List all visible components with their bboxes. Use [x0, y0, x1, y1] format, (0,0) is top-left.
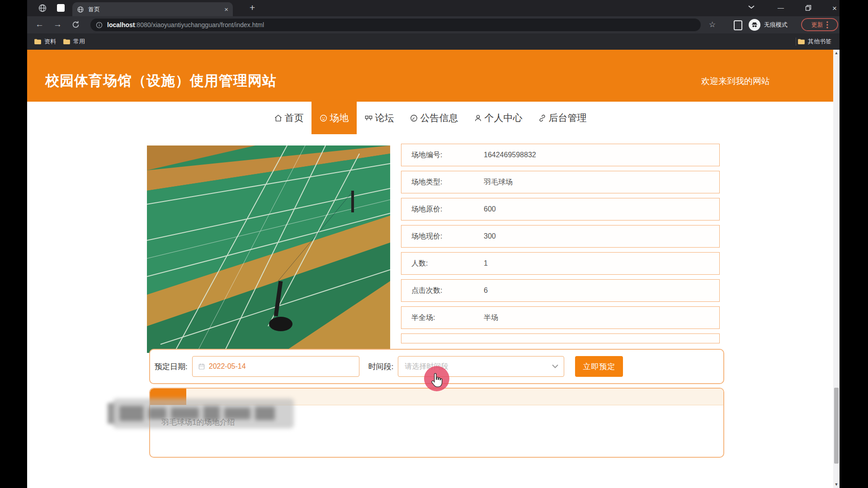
- back-button[interactable]: ←: [35, 19, 44, 29]
- url-host: localhost: [107, 21, 135, 28]
- date-label: 预定日期:: [155, 361, 188, 372]
- incognito-label: 无痕模式: [764, 21, 788, 29]
- side-panel-icon[interactable]: [734, 20, 742, 30]
- window-close-button[interactable]: ×: [828, 4, 841, 13]
- row-label: 点击次数:: [411, 286, 484, 296]
- url-bar[interactable]: localhost:8080/xiaoyuantiyuchangguan/fro…: [90, 19, 701, 31]
- browser-toolbar: ← → localhost:8080/xiaoyuantiyuchangguan…: [27, 16, 840, 33]
- reload-button[interactable]: [72, 21, 80, 28]
- menu-dots-icon[interactable]: [826, 21, 828, 28]
- pinned-tab-blank[interactable]: [57, 4, 65, 12]
- table-row: 半全场: 半场: [401, 306, 720, 329]
- row-label: 场地类型:: [411, 178, 484, 187]
- pinned-tab-globe-icon[interactable]: [38, 4, 47, 13]
- nav-label: 首页: [285, 112, 304, 124]
- page-scrollbar[interactable]: ▲ ▼: [833, 50, 840, 488]
- folder-icon: [63, 39, 70, 44]
- nav-label: 场地: [330, 112, 349, 124]
- bookmark-label: 常用: [73, 38, 85, 46]
- venue-photo: [147, 145, 390, 353]
- update-label: 更新: [811, 21, 823, 29]
- update-button[interactable]: 更新: [801, 18, 838, 31]
- row-label: 场地编号:: [411, 150, 484, 160]
- time-label: 时间段:: [368, 361, 394, 372]
- hand-cursor-icon: [430, 372, 444, 388]
- browser-window: 首页 × + — × ← → localhost:8080/xiaoyuanti…: [27, 0, 840, 488]
- window-minimize-button[interactable]: —: [774, 4, 787, 11]
- nav-item-announcements[interactable]: 公告信息: [402, 102, 466, 134]
- row-value: 1: [484, 259, 488, 267]
- row-label: 人数:: [411, 259, 484, 268]
- url-path: :8080/xiaoyuantiyuchangguan/front/index.…: [135, 21, 264, 28]
- browser-tab-active[interactable]: 首页 ×: [72, 2, 233, 16]
- nav-label: 个人中心: [485, 112, 523, 124]
- nav-label: 论坛: [375, 112, 394, 124]
- row-label: 场地原价:: [411, 205, 484, 214]
- scrollbar-thumb[interactable]: [834, 388, 839, 464]
- date-input[interactable]: 2022-05-14: [192, 356, 359, 377]
- new-tab-button[interactable]: +: [250, 2, 255, 13]
- chevron-down-icon: [552, 364, 558, 369]
- forward-button[interactable]: →: [53, 19, 62, 29]
- nav-item-profile[interactable]: 个人中心: [466, 102, 530, 134]
- calendar-icon: [198, 363, 205, 370]
- row-label: 半全场:: [411, 313, 484, 323]
- bookmark-star-icon[interactable]: ☆: [709, 20, 716, 29]
- row-label: 场地现价:: [411, 232, 484, 241]
- welcome-text: 欢迎来到我的网站: [701, 75, 770, 87]
- other-bookmarks[interactable]: 其他书签: [798, 38, 831, 46]
- page-title: 校园体育场馆（设施）使用管理网站: [45, 71, 277, 90]
- scroll-down-arrow-icon[interactable]: ▼: [833, 482, 840, 487]
- tab-title: 首页: [88, 5, 224, 14]
- page-viewport: 校园体育场馆（设施）使用管理网站 欢迎来到我的网站 首页 场地 论坛: [27, 50, 833, 488]
- table-row-empty: [401, 333, 720, 343]
- site-header: 校园体育场馆（设施）使用管理网站 欢迎来到我的网站: [27, 50, 833, 102]
- venue-icon: [319, 114, 328, 122]
- nav-item-forum[interactable]: 论坛: [357, 102, 402, 134]
- window-maximize-button[interactable]: [802, 5, 815, 11]
- tab-strip: 首页 × + — ×: [27, 0, 840, 16]
- row-value: 6: [484, 286, 488, 295]
- row-value: 1642469598832: [484, 151, 536, 159]
- book-now-button[interactable]: 立即预定: [575, 356, 623, 377]
- main-nav: 首页 场地 论坛 公告信息 个人中心: [27, 102, 833, 134]
- venue-detail-table: 场地编号: 1642469598832 场地类型: 羽毛球场 场地原价: 600…: [401, 144, 720, 343]
- folder-icon: [34, 39, 41, 44]
- user-icon: [474, 114, 482, 122]
- incognito-badge: 无痕模式: [749, 19, 788, 31]
- row-value: 600: [484, 205, 496, 213]
- tab-search-chevron-icon[interactable]: [745, 5, 758, 9]
- home-icon: [274, 114, 283, 122]
- nav-item-admin[interactable]: 后台管理: [530, 102, 594, 134]
- date-value: 2022-05-14: [209, 362, 246, 371]
- row-value: 半场: [484, 313, 498, 323]
- table-row: 场地编号: 1642469598832: [401, 144, 720, 166]
- blurred-watermark: [113, 399, 294, 428]
- bookmarks-bar: 资料 常用 其他书签: [27, 33, 840, 50]
- nav-item-home[interactable]: 首页: [266, 102, 311, 134]
- nav-label: 后台管理: [549, 112, 587, 124]
- bookmarks-divider: [796, 38, 796, 46]
- bookmark-folder-2[interactable]: 常用: [63, 38, 85, 46]
- row-value: 羽毛球场: [484, 178, 513, 187]
- table-row: 点击次数: 6: [401, 279, 720, 302]
- incognito-icon: [749, 19, 760, 31]
- time-select[interactable]: 请选择时间段: [398, 356, 564, 377]
- table-row: 场地原价: 600: [401, 198, 720, 221]
- table-row: 人数: 1: [401, 252, 720, 275]
- link-icon: [538, 114, 547, 122]
- folder-icon: [798, 39, 805, 44]
- scroll-up-arrow-icon[interactable]: ▲: [833, 51, 840, 55]
- nav-item-venue[interactable]: 场地: [311, 102, 357, 134]
- other-bookmarks-label: 其他书签: [808, 38, 831, 46]
- bookmark-folder-1[interactable]: 资料: [34, 38, 56, 46]
- tab-close-icon[interactable]: ×: [224, 6, 228, 13]
- table-row: 场地现价: 300: [401, 225, 720, 248]
- site-info-icon[interactable]: [96, 22, 103, 28]
- announcement-icon: [410, 114, 418, 122]
- screen: 首页 × + — × ← → localhost:8080/xiaoyuanti…: [0, 0, 868, 488]
- forum-icon: [364, 114, 373, 122]
- nav-label: 公告信息: [420, 112, 458, 124]
- bookmark-label: 资料: [44, 38, 56, 46]
- table-row: 场地类型: 羽毛球场: [401, 171, 720, 193]
